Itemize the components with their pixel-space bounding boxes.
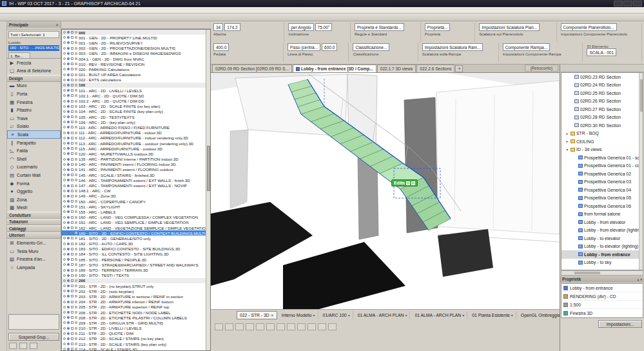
layer-row[interactable]: 115 - ARC - ARREDI/FURNITURE - outdoor.3… <box>62 146 210 151</box>
layer-lock-icon[interactable] <box>63 132 66 134</box>
layer-lock-icon[interactable] <box>63 84 66 86</box>
layer-lock-icon[interactable] <box>63 36 66 39</box>
undo-icon[interactable] <box>39 14 48 21</box>
toolbox-item[interactable]: Tubazioni <box>7 219 61 226</box>
layer-lock-icon[interactable] <box>63 147 66 150</box>
layer-intersection-icon[interactable] <box>75 147 77 150</box>
layer-row[interactable]: 204 - STR - 2D - ARMATURE inferiori / RE… <box>62 299 210 305</box>
layer-intersection-icon[interactable] <box>75 269 77 272</box>
layer-lock-icon[interactable] <box>63 63 66 65</box>
layer-3d-icon[interactable] <box>71 174 73 176</box>
layer-visibility-icon[interactable] <box>67 115 70 118</box>
layer-lock-icon[interactable] <box>63 74 66 76</box>
layer-visibility-icon[interactable] <box>67 41 70 44</box>
layer-visibility-icon[interactable] <box>67 327 70 330</box>
navigator-item[interactable]: Lobby - from elevator (lighting) <box>561 226 643 235</box>
layer-row[interactable]: 210 - STR - 2D - LIVELLI / LEVELS <box>62 326 210 331</box>
layer-scrollbar-thumb[interactable] <box>207 146 210 191</box>
layer-3d-icon[interactable] <box>71 263 73 266</box>
view-option-icon[interactable] <box>256 323 264 330</box>
layer-row[interactable]: 189 - SITO - TERRENO / TERRAIN.3D <box>62 267 210 272</box>
layer-3d-icon[interactable] <box>71 89 73 92</box>
layer-row[interactable]: 184 - SITO - ILL CONTESTO - SITE LIGHTIN… <box>62 252 210 257</box>
copy-icon[interactable] <box>66 14 75 21</box>
layer-intersection-icon[interactable] <box>75 142 77 145</box>
layer-visibility-icon[interactable] <box>67 295 70 297</box>
view-name-row[interactable]: Lobby - from entrance <box>561 284 643 292</box>
layer-3d-icon[interactable] <box>71 258 73 261</box>
bottom-tab[interactable]: Interno Modello ✕ ▾ <box>278 311 318 319</box>
edit-chip-button-icon[interactable] <box>411 181 415 185</box>
layer-lock-icon[interactable] <box>63 237 66 239</box>
layer-lock-icon[interactable] <box>63 274 66 277</box>
layer-intersection-icon[interactable] <box>75 226 77 229</box>
layer-intersection-icon[interactable] <box>75 179 77 181</box>
layer-intersection-icon[interactable] <box>75 321 77 324</box>
layer-lock-icon[interactable] <box>63 142 66 145</box>
layer-row[interactable]: 162 - ARC - LAND - VEGETAZIONE SEMPLICE … <box>62 225 210 230</box>
navigator-item[interactable]: Prospettiva Generica 02 <box>561 170 643 178</box>
layer-row[interactable]: 147 - ARC - TAMPONAMENTI esterni / EXT W… <box>62 183 210 188</box>
guide-lines-icon[interactable] <box>129 14 138 21</box>
layer-lock-icon[interactable] <box>63 332 66 335</box>
layer-row[interactable]: 110 - ARC - ARREDO FISSO / FIXED FURNITU… <box>62 125 210 130</box>
layer-3d-icon[interactable] <box>71 74 73 76</box>
layer-intersection-icon[interactable] <box>75 190 77 192</box>
layer-row[interactable]: 181 - SITO - 2D - GENERALE/SITO only <box>62 236 210 241</box>
tool-trave[interactable]: ▭ Trave <box>7 114 61 123</box>
layer-3d-icon[interactable] <box>71 158 73 161</box>
layer-lock-icon[interactable] <box>63 126 66 128</box>
layer-intersection-icon[interactable] <box>75 195 77 197</box>
layer-intersection-icon[interactable] <box>75 105 77 108</box>
settings-field[interactable]: Proprietà e Standards... <box>355 23 404 31</box>
layer-3d-icon[interactable] <box>71 105 73 108</box>
sun-study-icon[interactable] <box>192 14 201 21</box>
layer-intersection-icon[interactable] <box>75 47 77 50</box>
layer-intersection-icon[interactable] <box>75 126 77 128</box>
layer-visibility-icon[interactable] <box>67 31 70 34</box>
layer-lock-icon[interactable] <box>63 321 66 324</box>
layer-row[interactable]: 111 - ARC - ARREDO/FURNITURE - indoor.3D <box>62 130 210 135</box>
layer-intersection-icon[interactable] <box>75 237 77 239</box>
layer-row[interactable]: 161 - ARC - LAND - VEG SEMPLICE / SIMPLE… <box>62 220 210 225</box>
layer-row[interactable]: 003 - GEN - 2D - IMMAGINI e DISEGNI IMAG… <box>62 51 210 56</box>
find-select-icon[interactable] <box>84 14 93 21</box>
layer-visibility-icon[interactable] <box>67 190 70 192</box>
layer-3d-icon[interactable] <box>71 306 73 308</box>
navigator-item[interactable]: Lobby - to elevator (lighting) <box>561 243 643 251</box>
layer-3d-icon[interactable] <box>71 200 73 203</box>
layer-intersection-icon[interactable] <box>75 94 77 97</box>
layer-visibility-icon[interactable] <box>67 52 70 55</box>
layer-lock-icon[interactable] <box>63 348 66 350</box>
navigator-item[interactable]: Prospettiva Generica 04 <box>561 186 643 194</box>
layer-3d-icon[interactable] <box>71 168 73 171</box>
layer-3d-icon[interactable] <box>71 216 73 219</box>
layer-3d-icon[interactable] <box>71 337 73 340</box>
layer-visibility-icon[interactable] <box>67 332 70 335</box>
settings-field[interactable]: Componente Rampa... <box>503 43 550 51</box>
layer-intersection-icon[interactable] <box>75 258 77 261</box>
navigator-scrollbar-thumb[interactable] <box>640 79 643 112</box>
layer-row[interactable]: 135 - ARC - PARTIZIONI interne / PARTITI… <box>62 157 210 162</box>
navigator-item[interactable]: STR - BOQ <box>561 130 643 138</box>
layer-intersection-icon[interactable] <box>75 327 77 330</box>
3d-view-icon[interactable] <box>147 14 156 21</box>
layer-intersection-icon[interactable] <box>75 263 77 266</box>
tool-shell[interactable]: ◠ Shell <box>7 155 61 163</box>
layer-row[interactable]: 103 - ARC - 2D - SCALE FINITE (no key pl… <box>62 104 210 109</box>
layer-3d-icon[interactable] <box>71 290 73 292</box>
layer-lock-icon[interactable] <box>63 226 66 229</box>
layer-lock-icon[interactable] <box>63 306 66 308</box>
navigator-item[interactable]: 02RD.30 RD Section <box>561 121 643 130</box>
layer-visibility-icon[interactable] <box>67 301 70 303</box>
layer-lock-icon[interactable] <box>63 31 66 34</box>
fit-view-icon[interactable] <box>174 14 183 21</box>
layer-3d-icon[interactable] <box>71 253 73 256</box>
layer-lock-icon[interactable] <box>63 115 66 118</box>
tool-zona[interactable]: ▨ Zona <box>7 196 61 204</box>
tool-falda[interactable]: ◺ Falda <box>7 146 61 155</box>
layer-row[interactable]: 160 - ARC - LAND - VEG COMPLESSA / COMPL… <box>62 215 210 220</box>
save-icon[interactable] <box>21 14 30 21</box>
layer-lock-icon[interactable] <box>63 47 66 50</box>
layer-row[interactable]: 180 - SITO - 2D - EDIFICI CONTESTO / CON… <box>62 230 210 236</box>
